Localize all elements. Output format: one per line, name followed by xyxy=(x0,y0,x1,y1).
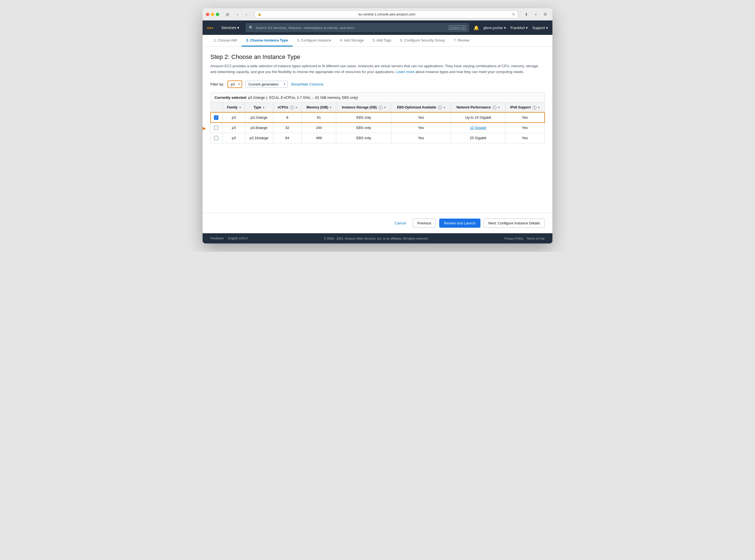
row-instance-storage: EBS only xyxy=(336,123,391,133)
wizard-step-2[interactable]: 2. Choose Instance Type xyxy=(242,35,292,46)
wizard-step-1[interactable]: 1. Choose AMI xyxy=(209,35,242,46)
row-checkbox-cell[interactable] xyxy=(211,133,223,143)
family-filter-select[interactable]: p3 All p2 g4 g3 xyxy=(227,81,242,88)
memory-sort-icon[interactable]: ▾ xyxy=(330,106,331,109)
row-ipv6-support: Yes xyxy=(505,112,544,123)
maximize-traffic-light[interactable] xyxy=(216,13,219,16)
table-row[interactable]: p3p3.16xlarge64488EBS onlyYes25 GigabitY… xyxy=(211,133,545,143)
th-memory[interactable]: Memory (GiB) ▾ xyxy=(302,103,336,113)
checkbox-unchecked-icon[interactable] xyxy=(214,136,218,140)
wizard-step-3-label: 3. Configure Instance xyxy=(297,38,331,42)
checkbox-unchecked-icon[interactable] xyxy=(214,126,218,130)
browser-actions: ⬆ + ⧉ xyxy=(522,11,549,18)
row-type: p3.2xlarge xyxy=(245,112,273,123)
th-checkbox xyxy=(211,103,223,113)
row-selection-arrow-icon: ➤ xyxy=(203,123,206,134)
global-search-bar[interactable]: 🔍 Search for services, features, marketp… xyxy=(246,23,469,32)
close-traffic-light[interactable] xyxy=(206,13,209,16)
main-content: Step 2: Choose an Instance Type Amazon E… xyxy=(203,47,552,213)
browser-titlebar: ⊞ ‹ › 🔒 eu-central-1.console.aws.amazon.… xyxy=(203,8,552,20)
th-family[interactable]: Family ▾ xyxy=(223,103,245,113)
region-menu[interactable]: Frankfurt ▾ xyxy=(510,26,528,30)
currently-selected-bar: Currently selected: p3.2xlarge (- ECUs, … xyxy=(210,93,545,103)
forward-button[interactable]: › xyxy=(242,11,250,18)
back-button[interactable]: ‹ xyxy=(234,11,241,18)
logo-text: aws xyxy=(207,26,214,29)
row-checkbox-cell[interactable] xyxy=(211,123,223,133)
ebs-sort-icon[interactable]: ▾ xyxy=(444,106,445,109)
row-checkbox-cell[interactable] xyxy=(211,112,223,123)
th-ipv6[interactable]: IPv6 Support i ▾ xyxy=(505,103,544,113)
wizard-step-3[interactable]: 3. Configure Instance xyxy=(293,35,336,46)
row-ebs-optimized: Yes xyxy=(391,123,451,133)
privacy-policy-link[interactable]: Privacy Policy xyxy=(504,237,523,240)
feedback-label[interactable]: Feedback xyxy=(210,237,224,240)
row-memory: 61 xyxy=(302,112,336,123)
ipv6-info-icon[interactable]: i xyxy=(533,106,536,109)
th-network[interactable]: Network Performance i ▾ xyxy=(451,103,505,113)
row-instance-storage: EBS only xyxy=(336,112,391,123)
generation-filter-select[interactable]: Current generation Previous generation A… xyxy=(245,81,287,88)
refresh-icon[interactable]: ↻ xyxy=(512,13,515,16)
lock-icon: 🔒 xyxy=(258,13,261,16)
browser-nav: ‹ › xyxy=(234,11,250,18)
share-button[interactable]: ⬆ xyxy=(522,11,530,18)
terms-of-use-link[interactable]: Terms of Use xyxy=(527,237,545,240)
table-row[interactable]: p3p3.2xlarge861EBS onlyYesUp to 10 Gigab… xyxy=(211,112,545,123)
url-text: eu-central-1.console.aws.amazon.com xyxy=(263,13,511,16)
sidebar-toggle-button[interactable]: ⊞ xyxy=(224,11,231,18)
user-chevron-icon: ▾ xyxy=(504,26,506,30)
type-sort-icon[interactable]: ▾ xyxy=(263,106,264,109)
show-hide-columns-button[interactable]: Show/Hide Columns xyxy=(291,82,323,86)
notifications-bell-icon[interactable]: 🔔 xyxy=(474,25,479,31)
topnav-right: 🔔 glenn.jocher ▾ Frankfurt ▾ Support ▾ xyxy=(474,25,548,31)
cancel-button[interactable]: Cancel xyxy=(391,219,409,227)
ipv6-sort-icon[interactable]: ▾ xyxy=(538,106,539,109)
row-network-performance[interactable]: 10 Gigabit xyxy=(451,123,505,133)
next-configure-button[interactable]: Next: Configure Instance Details xyxy=(484,219,545,228)
row-network-performance: Up to 10 Gigabit xyxy=(451,112,505,123)
address-bar[interactable]: 🔒 eu-central-1.console.aws.amazon.com ↻ xyxy=(255,11,518,18)
th-storage[interactable]: Instance Storage (GB) i ▾ xyxy=(336,103,391,113)
user-menu[interactable]: glenn.jocher ▾ xyxy=(483,26,506,30)
wizard-step-6[interactable]: 6. Configure Security Group xyxy=(396,35,449,46)
review-and-launch-button[interactable]: Review and Launch xyxy=(439,219,480,228)
table-header-row: Family ▾ Type ▾ vCPUs i ▾ xyxy=(211,103,545,113)
th-type[interactable]: Type ▾ xyxy=(245,103,273,113)
tabs-button[interactable]: ⧉ xyxy=(541,11,549,18)
row-vcpus: 32 xyxy=(273,123,302,133)
row-network-performance: 25 Gigabit xyxy=(451,133,505,143)
services-button[interactable]: Services ▾ xyxy=(219,24,242,32)
th-ebs[interactable]: EBS-Optimized Available i ▾ xyxy=(391,103,451,113)
checkbox-checked-icon[interactable] xyxy=(214,115,218,120)
generation-filter-wrapper[interactable]: Current generation Previous generation A… xyxy=(245,81,287,88)
network-performance-link[interactable]: 10 Gigabit xyxy=(470,126,486,130)
services-label: Services xyxy=(221,25,236,30)
family-sort-icon[interactable]: ▾ xyxy=(239,106,241,109)
ebs-info-icon[interactable]: i xyxy=(438,106,442,109)
learn-more-link[interactable]: Learn more xyxy=(396,70,414,74)
wizard-step-4[interactable]: 4. Add Storage xyxy=(335,35,368,46)
table-container: ➤ Family ▾ Type ▾ xyxy=(210,103,545,143)
network-info-icon[interactable]: i xyxy=(493,106,497,109)
aws-logo: aws xyxy=(207,26,214,29)
row-ipv6-support: Yes xyxy=(505,123,544,133)
previous-button[interactable]: Previous xyxy=(413,219,436,228)
support-menu[interactable]: Support ▾ xyxy=(532,26,548,30)
table-row[interactable]: p3p3.8xlarge32244EBS onlyYes10 GigabitYe… xyxy=(211,123,545,133)
th-vcpus[interactable]: vCPUs i ▾ xyxy=(273,103,302,113)
family-filter-wrapper[interactable]: p3 All p2 g4 g3 xyxy=(227,81,242,88)
bottom-actions: Cancel Previous Review and Launch Next: … xyxy=(203,213,552,233)
storage-sort-icon[interactable]: ▾ xyxy=(384,106,385,109)
new-tab-button[interactable]: + xyxy=(532,11,540,18)
network-sort-icon[interactable]: ▾ xyxy=(498,106,500,109)
language-selector[interactable]: English (US) ▾ xyxy=(228,237,248,240)
minimize-traffic-light[interactable] xyxy=(211,13,214,16)
vcpus-info-icon[interactable]: i xyxy=(290,106,294,109)
vcpus-sort-icon[interactable]: ▾ xyxy=(296,106,297,109)
wizard-step-5[interactable]: 5. Add Tags xyxy=(368,35,396,46)
footer-copyright: © 2008 - 2021, Amazon Web Services, Inc.… xyxy=(248,237,504,240)
storage-info-icon[interactable]: i xyxy=(379,106,382,109)
wizard-step-7[interactable]: 7. Review xyxy=(449,35,474,46)
row-type: p3.16xlarge xyxy=(245,133,273,143)
